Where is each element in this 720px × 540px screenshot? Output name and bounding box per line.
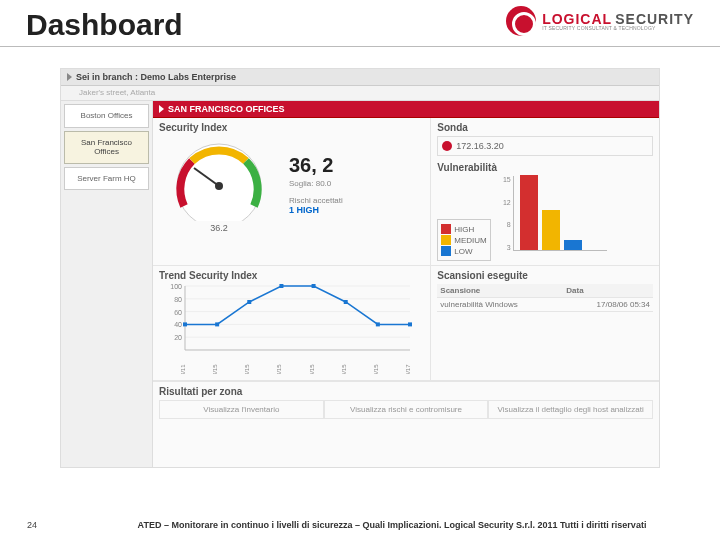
security-index-value: 36, 2	[289, 154, 343, 177]
vulnerability-title: Vulnerabilità	[437, 162, 653, 173]
scans-table: Scansione Data vulnerabilità Windows 17/…	[437, 284, 653, 312]
scan-date: 17/08/06 05:34	[563, 298, 653, 312]
svg-text:09/17: 09/17	[405, 364, 411, 374]
branch-sidebar: Boston Offices San Francisco Offices Ser…	[61, 101, 153, 467]
slide-title: Dashboard	[26, 8, 183, 42]
svg-text:100: 100	[170, 284, 182, 290]
svg-rect-30	[408, 322, 412, 326]
svg-text:09/15: 09/15	[341, 364, 347, 374]
bar-low	[564, 240, 582, 250]
legend-label-high: HIGH	[454, 225, 474, 234]
legend-swatch-low	[441, 246, 451, 256]
office-header-label: SAN FRANCISCO OFFICES	[168, 104, 285, 114]
legend-swatch-high	[441, 224, 451, 234]
scans-col-name[interactable]: Scansione	[437, 284, 563, 298]
sonda-ip: 172.16.3.20	[456, 141, 504, 151]
sidebar-item-server-farm[interactable]: Server Farm HQ	[64, 167, 149, 191]
svg-rect-26	[279, 284, 283, 288]
footer-text: ATED – Monitorare in continuo i livelli …	[64, 520, 720, 530]
branch-label: Sei in branch : Demo Labs Enterprise	[76, 72, 236, 82]
expand-arrow-icon	[159, 105, 164, 113]
accepted-risks-label: Rischi accettati	[289, 196, 343, 205]
scans-col-date[interactable]: Data	[563, 284, 653, 298]
accepted-risks-value[interactable]: 1 HIGH	[289, 205, 343, 215]
scans-panel: Scansioni eseguite Scansione Data vulner…	[431, 266, 659, 380]
svg-point-2	[215, 182, 223, 190]
vulnerability-legend: HIGH MEDIUM LOW	[437, 219, 490, 261]
sonda-panel: Sonda 172.16.3.20 Vulnerabilità HIGH MED…	[431, 118, 659, 265]
svg-rect-28	[344, 300, 348, 304]
trend-title: Trend Security Index	[159, 270, 424, 281]
security-index-title: Security Index	[159, 122, 424, 133]
svg-text:40: 40	[174, 321, 182, 328]
svg-text:60: 60	[174, 309, 182, 316]
office-header[interactable]: SAN FRANCISCO OFFICES	[153, 101, 659, 118]
sidebar-item-san-francisco[interactable]: San Francisco Offices	[64, 131, 149, 164]
link-host-detail[interactable]: Visualizza il dettaglio degli host anali…	[488, 400, 653, 419]
results-panel: Risultati per zona Visualizza l'inventar…	[153, 381, 659, 423]
sonda-status-row[interactable]: 172.16.3.20	[437, 136, 653, 156]
branch-address: Jaker's street, Atlanta	[61, 86, 659, 101]
svg-text:08/15: 08/15	[244, 364, 250, 374]
svg-rect-24	[215, 322, 219, 326]
dashboard-app: Sei in branch : Demo Labs Enterprise Jak…	[60, 68, 660, 468]
vulnerability-bar-chart: 151283	[497, 176, 607, 261]
security-threshold: Soglia: 80.0	[289, 179, 343, 188]
sonda-title: Sonda	[437, 122, 653, 133]
svg-text:80: 80	[174, 296, 182, 303]
scans-title: Scansioni eseguite	[437, 270, 653, 281]
svg-rect-25	[247, 300, 251, 304]
legend-label-medium: MEDIUM	[454, 236, 486, 245]
logical-security-logo: LOGICAL SECURITY IT SECURITY CONSULTANT …	[506, 6, 694, 36]
legend-label-low: LOW	[454, 247, 472, 256]
svg-text:08/15: 08/15	[212, 364, 218, 374]
link-inventory[interactable]: Visualizza l'inventario	[159, 400, 324, 419]
legend-swatch-medium	[441, 235, 451, 245]
sidebar-item-boston[interactable]: Boston Offices	[64, 104, 149, 128]
svg-rect-27	[312, 284, 316, 288]
svg-rect-29	[376, 322, 380, 326]
link-risks[interactable]: Visualizza rischi e contromisure	[324, 400, 489, 419]
gauge-icon	[164, 136, 274, 221]
svg-text:09/15: 09/15	[373, 364, 379, 374]
branch-header[interactable]: Sei in branch : Demo Labs Enterprise	[61, 69, 659, 86]
gauge-value: 36.2	[210, 223, 228, 233]
results-title: Risultati per zona	[159, 386, 653, 397]
security-index-panel: Security Index	[153, 118, 431, 265]
title-divider	[0, 46, 720, 47]
page-number: 24	[0, 520, 64, 530]
trend-panel: Trend Security Index 1008060402008/1108/…	[153, 266, 431, 380]
logo-mark-icon	[506, 6, 536, 36]
svg-text:08/15: 08/15	[276, 364, 282, 374]
trend-line-chart: 1008060402008/1108/1508/1508/1509/1509/1…	[159, 284, 414, 374]
svg-rect-23	[183, 322, 187, 326]
bar-medium	[542, 210, 560, 250]
scan-name: vulnerabilità Windows	[437, 298, 563, 312]
bar-high	[520, 175, 538, 250]
expand-arrow-icon	[67, 73, 72, 81]
svg-text:09/15: 09/15	[309, 364, 315, 374]
svg-text:20: 20	[174, 334, 182, 341]
table-row[interactable]: vulnerabilità Windows 17/08/06 05:34	[437, 298, 653, 312]
svg-text:08/11: 08/11	[180, 364, 186, 374]
status-dot-icon	[442, 141, 452, 151]
